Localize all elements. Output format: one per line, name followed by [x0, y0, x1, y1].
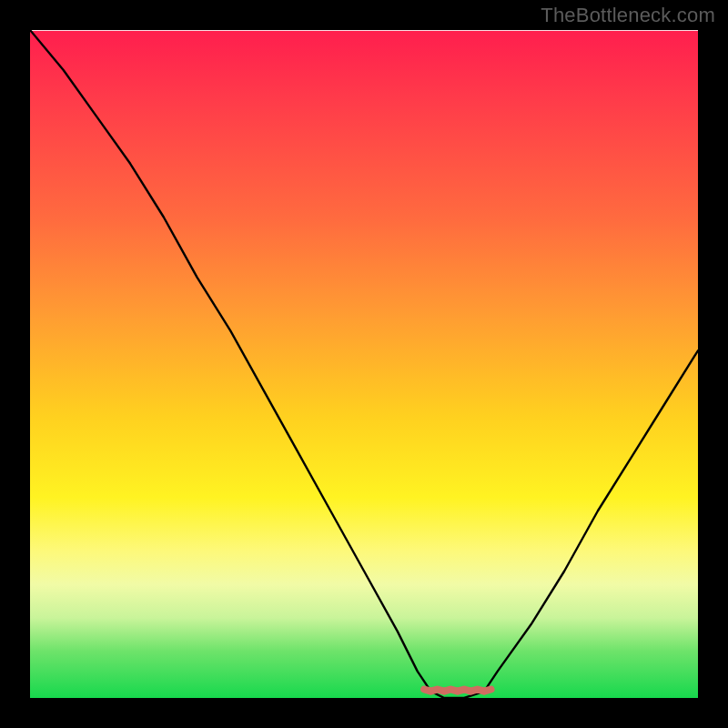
- chart-frame: TheBottleneck.com: [0, 0, 728, 728]
- flat-segment: [424, 690, 490, 692]
- curve-svg: [30, 30, 698, 698]
- watermark-text: TheBottleneck.com: [541, 4, 715, 27]
- bottleneck-curve: [30, 30, 698, 698]
- plot-area: [30, 30, 698, 698]
